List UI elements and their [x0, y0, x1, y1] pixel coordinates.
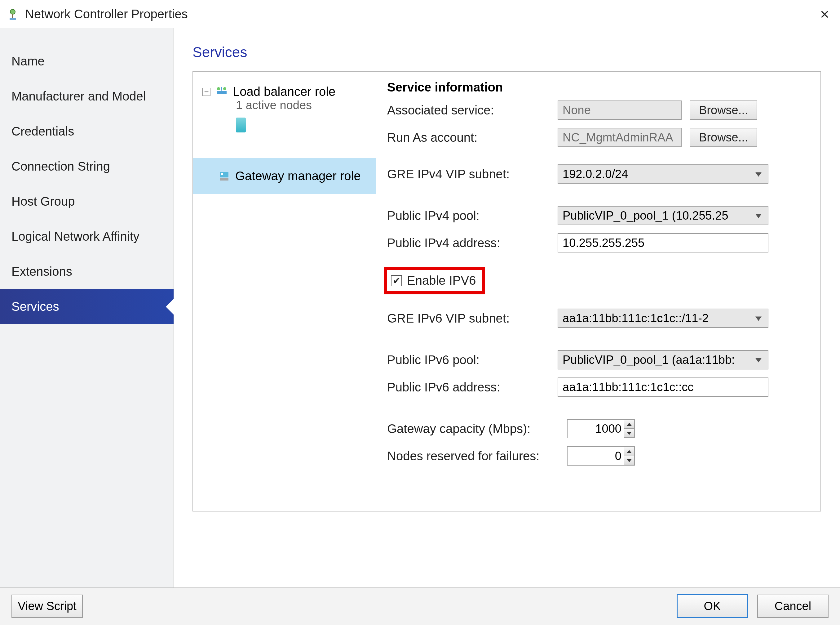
panel-title: Services [192, 44, 821, 61]
svg-point-4 [217, 87, 220, 90]
spin-down-icon[interactable] [624, 429, 634, 438]
gre-ipv6-dropdown[interactable]: aa1a:11bb:111c:1c1c::/11-2 [558, 309, 769, 328]
browse-associated-service-button[interactable]: Browse... [690, 101, 757, 120]
svg-point-5 [223, 87, 226, 90]
public-ipv4-addr-input[interactable] [558, 233, 769, 252]
svg-point-0 [10, 9, 15, 14]
label-public-ipv6-pool: Public IPv6 pool: [387, 353, 552, 367]
public-ipv6-pool-dropdown[interactable]: PublicVIP_0_pool_1 (aa1a:11bb: [558, 350, 769, 369]
tree-item-load-balancer[interactable]: − Load balancer role 1 active nodes [193, 81, 376, 136]
spin-down-icon[interactable] [624, 456, 634, 465]
enable-ipv6-checkbox-wrap[interactable]: ✔ Enable IPV6 [387, 270, 482, 291]
services-box: − Load balancer role 1 active nodes [192, 71, 821, 512]
services-panel: Services − L [174, 28, 840, 588]
sidebar-item-credentials[interactable]: Credentials [0, 114, 174, 149]
label-associated-service: Associated service: [387, 103, 552, 117]
label-public-ipv4-addr: Public IPv4 address: [387, 236, 552, 250]
gateway-icon [218, 170, 230, 182]
svg-rect-6 [221, 87, 222, 90]
spin-up-icon[interactable] [624, 447, 634, 456]
sidebar-item-logical-network-affinity[interactable]: Logical Network Affinity [0, 219, 174, 254]
label-nodes-reserved: Nodes reserved for failures: [387, 449, 561, 463]
load-balancer-icon [215, 86, 228, 98]
associated-service-value: None [558, 101, 682, 120]
enable-ipv6-label: Enable IPV6 [407, 274, 476, 288]
svg-rect-3 [217, 91, 226, 94]
close-icon[interactable]: × [816, 5, 834, 23]
roles-tree: − Load balancer role 1 active nodes [193, 72, 376, 511]
public-ipv4-pool-dropdown[interactable]: PublicVIP_0_pool_1 (10.255.25 [558, 206, 769, 225]
svg-rect-1 [12, 14, 13, 18]
spin-up-icon[interactable] [624, 420, 634, 429]
label-public-ipv4-pool: Public IPv4 pool: [387, 209, 552, 223]
content-area: Name Manufacturer and Model Credentials … [0, 28, 840, 588]
svg-rect-9 [221, 173, 223, 175]
label-run-as: Run As account: [387, 131, 552, 145]
sidebar-item-connection-string[interactable]: Connection String [0, 149, 174, 184]
label-public-ipv6-addr: Public IPv6 address: [387, 380, 552, 394]
app-icon [6, 8, 19, 20]
checkbox-icon: ✔ [391, 275, 402, 286]
sidebar-item-extensions[interactable]: Extensions [0, 254, 174, 289]
section-title: Service information [387, 80, 809, 94]
node-icon [236, 118, 376, 132]
dialog-footer: View Script OK Cancel [0, 588, 840, 625]
gre-ipv4-dropdown[interactable]: 192.0.2.0/24 [558, 165, 769, 183]
sidebar-nav: Name Manufacturer and Model Credentials … [0, 28, 174, 588]
tree-item-gateway[interactable]: Gateway manager role [193, 158, 376, 194]
public-ipv6-addr-input[interactable] [558, 378, 769, 397]
label-gateway-capacity: Gateway capacity (Mbps): [387, 422, 561, 436]
title-bar: Network Controller Properties × [0, 0, 840, 28]
tree-collapse-icon[interactable]: − [202, 88, 211, 96]
tree-subtitle: 1 active nodes [236, 99, 376, 112]
view-script-button[interactable]: View Script [11, 595, 83, 618]
sidebar-item-manufacturer[interactable]: Manufacturer and Model [0, 79, 174, 114]
label-gre-ipv6: GRE IPv6 VIP subnet: [387, 311, 552, 325]
run-as-value: NC_MgmtAdminRAA [558, 128, 682, 147]
ok-button[interactable]: OK [677, 594, 748, 618]
svg-rect-2 [9, 18, 16, 20]
sidebar-item-services[interactable]: Services [0, 289, 174, 324]
sidebar-item-host-group[interactable]: Host Group [0, 184, 174, 219]
tree-label: Gateway manager role [235, 169, 361, 183]
tree-label: Load balancer role [233, 85, 335, 99]
sidebar-item-name[interactable]: Name [0, 44, 174, 79]
cancel-button[interactable]: Cancel [757, 595, 829, 618]
label-gre-ipv4: GRE IPv4 VIP subnet: [387, 167, 552, 181]
window-title: Network Controller Properties [25, 7, 816, 21]
service-info-form: Service information Associated service: … [376, 72, 820, 511]
svg-rect-8 [220, 178, 228, 180]
browse-run-as-button[interactable]: Browse... [690, 128, 757, 147]
